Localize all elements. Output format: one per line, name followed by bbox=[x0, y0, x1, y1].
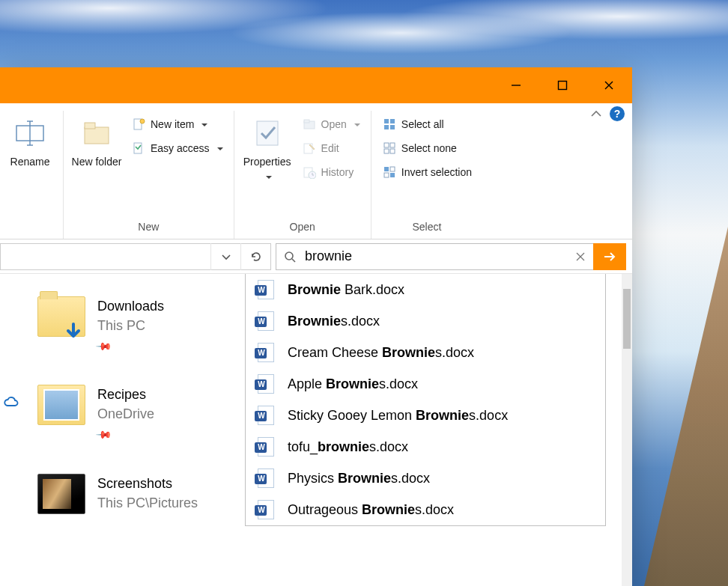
rename-button[interactable]: Rename bbox=[3, 111, 57, 168]
select-all-button[interactable]: Select all bbox=[377, 115, 476, 133]
help-button[interactable]: ? bbox=[610, 106, 625, 121]
rename-label: Rename bbox=[10, 156, 50, 168]
properties-label: Properties bbox=[243, 156, 291, 168]
word-doc-icon bbox=[258, 406, 274, 425]
search-suggestion-item[interactable]: Outrageous Brownies.docx bbox=[246, 494, 605, 525]
scrollbar-thumb[interactable] bbox=[623, 289, 631, 349]
svg-point-33 bbox=[285, 252, 293, 260]
history-button[interactable]: History bbox=[297, 163, 365, 181]
search-suggestion-item[interactable]: Physics Brownies.docx bbox=[246, 463, 605, 494]
search-suggestion-item[interactable]: Apple Brownies.docx bbox=[246, 368, 605, 400]
select-none-icon bbox=[382, 141, 397, 156]
dropdown-caret-icon bbox=[214, 142, 223, 154]
content-area: Downloads This PC 📌 Recipes OneDrive 📌 bbox=[0, 274, 632, 586]
new-folder-label: New folder bbox=[72, 156, 122, 168]
word-doc-icon bbox=[258, 469, 274, 488]
titlebar bbox=[0, 67, 632, 103]
cloud-status-icon bbox=[3, 397, 19, 409]
search-go-button[interactable] bbox=[593, 243, 626, 270]
new-item-icon bbox=[131, 117, 146, 132]
maximize-button[interactable] bbox=[539, 67, 586, 103]
ribbon-group-new: New folder New item Easy acces bbox=[64, 111, 234, 239]
properties-button[interactable]: Properties bbox=[240, 111, 294, 183]
dropdown-caret-icon bbox=[263, 171, 272, 183]
group-select-label: Select bbox=[412, 221, 441, 239]
select-none-label: Select none bbox=[401, 142, 457, 154]
svg-rect-15 bbox=[304, 120, 309, 123]
invert-selection-button[interactable]: Invert selection bbox=[377, 163, 476, 181]
pin-icon: 📌 bbox=[94, 424, 113, 444]
address-history-dropdown[interactable] bbox=[210, 243, 240, 270]
folder-path: This PC bbox=[97, 316, 164, 335]
easy-access-icon bbox=[131, 141, 146, 156]
folder-name: Recipes bbox=[97, 385, 154, 404]
new-folder-icon bbox=[79, 115, 115, 151]
suggestion-text: Brownie Bark.docx bbox=[288, 282, 404, 298]
collapse-ribbon-icon[interactable] bbox=[590, 109, 602, 118]
suggestion-text: Cream Cheese Brownies.docx bbox=[288, 345, 474, 361]
refresh-button[interactable] bbox=[240, 243, 270, 270]
invert-selection-icon bbox=[382, 165, 397, 180]
ribbon-help-area: ? bbox=[590, 106, 625, 121]
suggestion-text: tofu_brownies.docx bbox=[288, 439, 408, 455]
select-all-icon bbox=[382, 117, 397, 132]
easy-access-button[interactable]: Easy access bbox=[127, 139, 228, 157]
minimize-button[interactable] bbox=[493, 67, 539, 103]
word-doc-icon bbox=[258, 343, 274, 362]
open-icon bbox=[302, 117, 317, 132]
open-label: Open bbox=[321, 118, 347, 130]
svg-line-34 bbox=[292, 259, 295, 262]
dropdown-caret-icon bbox=[351, 118, 360, 130]
search-input[interactable] bbox=[303, 248, 568, 264]
svg-rect-9 bbox=[85, 123, 95, 129]
svg-rect-23 bbox=[384, 125, 389, 129]
select-none-button[interactable]: Select none bbox=[377, 139, 476, 157]
history-icon bbox=[302, 165, 317, 180]
search-suggestion-item[interactable]: Brownie Bark.docx bbox=[246, 274, 605, 305]
new-folder-button[interactable]: New folder bbox=[70, 111, 124, 168]
ribbon: Rename New folder bbox=[0, 103, 632, 239]
file-explorer-window: ? Rename New fold bbox=[0, 67, 632, 586]
folder-name: Downloads bbox=[97, 296, 164, 316]
scrollbar[interactable] bbox=[622, 274, 632, 586]
folder-path: This PC\Pictures bbox=[97, 493, 198, 513]
history-label: History bbox=[321, 166, 354, 178]
word-doc-icon bbox=[258, 311, 274, 331]
svg-rect-29 bbox=[384, 167, 389, 171]
svg-rect-24 bbox=[390, 125, 395, 129]
easy-access-label: Easy access bbox=[151, 142, 210, 154]
download-folder-icon bbox=[37, 296, 85, 337]
clear-search-button[interactable] bbox=[568, 251, 593, 262]
open-button[interactable]: Open bbox=[297, 115, 365, 133]
search-suggestions: Brownie Bark.docxBrownies.docxCream Chee… bbox=[245, 274, 606, 526]
svg-rect-22 bbox=[390, 119, 395, 123]
search-icon bbox=[276, 250, 303, 263]
close-button[interactable] bbox=[586, 67, 632, 103]
svg-point-11 bbox=[140, 119, 145, 123]
svg-rect-25 bbox=[384, 143, 389, 147]
suggestion-text: Outrageous Brownies.docx bbox=[288, 502, 454, 518]
search-suggestion-item[interactable]: Cream Cheese Brownies.docx bbox=[246, 337, 605, 368]
photo-folder-icon bbox=[37, 385, 85, 425]
address-bar[interactable] bbox=[0, 243, 271, 270]
edit-button[interactable]: Edit bbox=[297, 139, 365, 157]
group-organize-label bbox=[28, 221, 31, 239]
invert-selection-label: Invert selection bbox=[401, 166, 472, 178]
properties-icon bbox=[249, 115, 285, 151]
ribbon-group-select: Select all Select none Invert selection bbox=[371, 111, 482, 239]
suggestion-text: Physics Brownies.docx bbox=[288, 471, 430, 486]
suggestion-text: Sticky Gooey Lemon Brownies.docx bbox=[288, 408, 508, 424]
folder-name: Screenshots bbox=[97, 474, 198, 493]
new-item-button[interactable]: New item bbox=[127, 115, 228, 133]
select-all-label: Select all bbox=[401, 118, 444, 130]
rename-icon bbox=[12, 115, 48, 151]
group-open-label: Open bbox=[290, 221, 315, 239]
folder-path: OneDrive bbox=[97, 404, 154, 424]
svg-rect-26 bbox=[390, 143, 395, 147]
search-suggestion-item[interactable]: Sticky Gooey Lemon Brownies.docx bbox=[246, 400, 605, 431]
word-doc-icon bbox=[258, 280, 274, 299]
search-suggestion-item[interactable]: Brownies.docx bbox=[246, 305, 605, 337]
word-doc-icon bbox=[258, 500, 274, 519]
suggestion-text: Apple Brownies.docx bbox=[288, 376, 418, 392]
search-suggestion-item[interactable]: tofu_brownies.docx bbox=[246, 431, 605, 463]
